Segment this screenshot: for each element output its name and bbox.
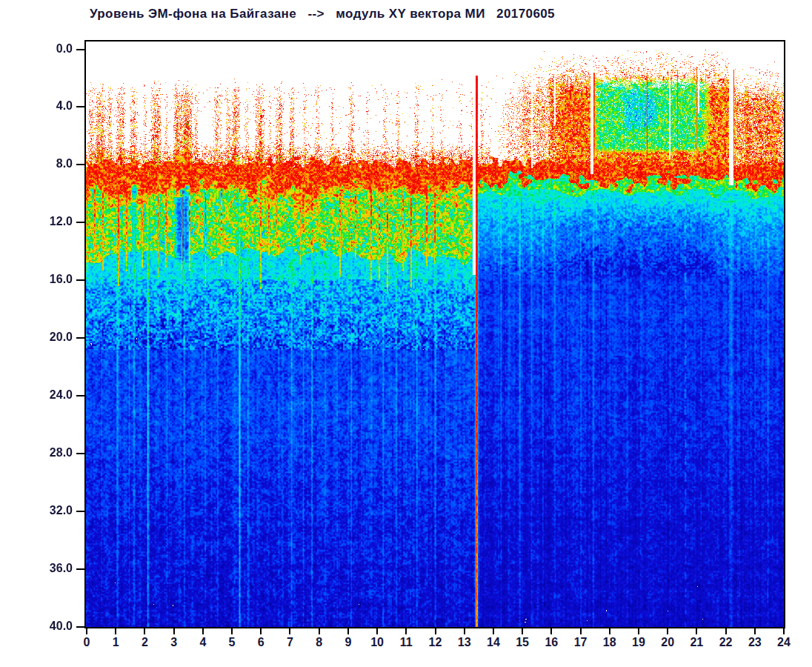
x-axis-tick	[173, 628, 175, 634]
x-axis-tick	[435, 628, 436, 634]
y-axis-tick	[76, 453, 84, 454]
y-axis-tick	[76, 395, 84, 396]
y-axis-tick-label: 40.0	[27, 620, 73, 633]
x-axis-tick-label: 12	[421, 636, 450, 649]
y-axis-tick	[76, 626, 84, 628]
x-axis-tick-label: 21	[682, 636, 711, 649]
x-axis-tick-label: 24	[769, 636, 799, 649]
x-axis-tick	[609, 628, 610, 634]
x-axis-tick-label: 22	[711, 636, 741, 649]
x-axis-tick-label: 19	[624, 636, 653, 649]
x-axis-tick	[144, 628, 145, 634]
x-axis-tick	[202, 628, 204, 634]
y-axis-tick-label: 36.0	[27, 562, 73, 575]
x-axis-tick	[86, 628, 87, 634]
x-axis-tick-label: 4	[188, 636, 218, 649]
x-axis-tick-label: 16	[536, 636, 566, 649]
x-axis-tick-label: 1	[101, 636, 130, 649]
y-axis-tick-label: 16.0	[27, 273, 73, 286]
em-spectrogram-page: Уровень ЭМ-фона на Байгазане --> модуль …	[0, 0, 812, 667]
x-axis-tick-label: 11	[391, 636, 421, 649]
x-axis-tick-label: 0	[72, 636, 102, 649]
y-axis-tick	[76, 49, 84, 50]
y-axis-tick-label: 24.0	[27, 388, 73, 402]
x-axis-tick-label: 20	[653, 636, 682, 649]
x-axis-tick-label: 17	[566, 636, 596, 649]
x-axis-tick	[696, 628, 697, 634]
y-axis-tick-label: 12.0	[27, 215, 73, 228]
x-axis-tick	[783, 628, 785, 634]
x-axis-tick-label: 8	[304, 636, 334, 649]
x-axis-tick	[347, 628, 349, 634]
x-axis-tick-label: 7	[275, 636, 304, 649]
x-axis-tick-label: 10	[362, 636, 392, 649]
x-axis-tick-label: 23	[740, 636, 770, 649]
y-axis-tick	[76, 511, 84, 512]
y-axis-tick	[76, 279, 84, 281]
x-axis-tick	[638, 628, 639, 634]
x-axis-tick	[260, 628, 262, 634]
x-axis-tick	[493, 628, 494, 634]
x-axis-tick-label: 2	[130, 636, 159, 649]
y-axis-tick	[76, 337, 84, 339]
y-axis-tick	[76, 106, 84, 107]
y-axis-tick	[76, 568, 84, 570]
x-axis-tick	[580, 628, 582, 634]
x-axis-tick	[405, 628, 407, 634]
x-axis-tick-label: 9	[333, 636, 363, 649]
x-axis-tick	[550, 628, 552, 634]
y-axis-tick-label: 28.0	[27, 446, 73, 459]
x-axis-tick	[319, 628, 320, 634]
x-axis-tick	[522, 628, 523, 634]
x-axis-tick-label: 15	[508, 636, 537, 649]
y-axis-tick-label: 8.0	[27, 157, 73, 170]
x-axis-tick-label: 14	[479, 636, 508, 649]
x-axis-tick	[115, 628, 116, 634]
x-axis-tick	[754, 628, 756, 634]
chart-title: Уровень ЭМ-фона на Байгазане --> модуль …	[90, 7, 555, 21]
spectrogram-canvas	[86, 42, 784, 627]
x-axis-tick-label: 13	[450, 636, 479, 649]
x-axis-tick	[376, 628, 378, 634]
y-axis-tick-label: 20.0	[27, 331, 73, 344]
x-axis-tick	[231, 628, 233, 634]
x-axis-tick-label: 6	[246, 636, 276, 649]
y-axis-tick	[76, 164, 84, 165]
x-axis-tick	[289, 628, 290, 634]
y-axis-tick-label: 4.0	[27, 99, 73, 113]
y-axis-tick	[76, 222, 84, 223]
x-axis-tick	[725, 628, 727, 634]
x-axis-tick-label: 3	[159, 636, 189, 649]
x-axis-tick	[464, 628, 465, 634]
y-axis-tick-label: 32.0	[27, 504, 73, 517]
x-axis-tick	[667, 628, 668, 634]
y-axis-tick-label: 0.0	[27, 42, 73, 56]
x-axis-tick-label: 18	[595, 636, 625, 649]
x-axis-tick-label: 5	[217, 636, 247, 649]
